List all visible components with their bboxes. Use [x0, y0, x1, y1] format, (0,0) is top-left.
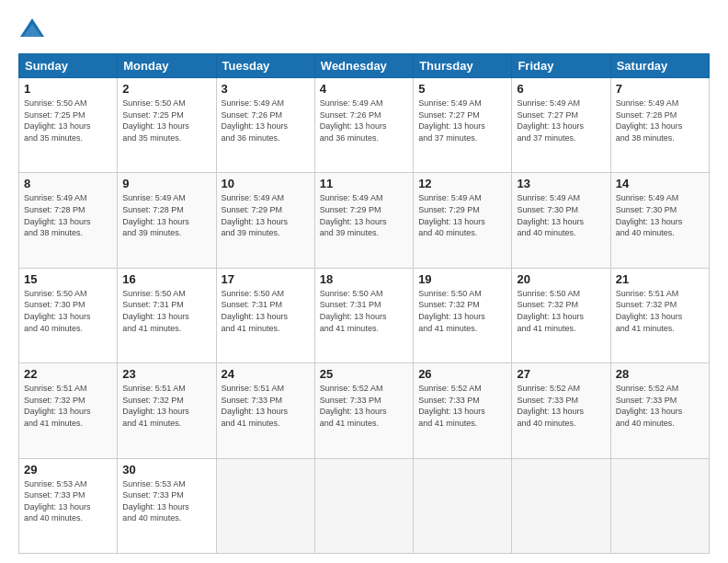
day-cell-18: 18Sunrise: 5:50 AM Sunset: 7:31 PM Dayli… — [314, 268, 413, 362]
day-cell-16: 16Sunrise: 5:50 AM Sunset: 7:31 PM Dayli… — [118, 268, 216, 362]
header-row: SundayMondayTuesdayWednesdayThursdayFrid… — [19, 54, 710, 78]
day-cell-empty-4-3 — [314, 458, 413, 553]
day-cell-2: 2Sunrise: 5:50 AM Sunset: 7:25 PM Daylig… — [118, 78, 216, 173]
day-cell-8: 8Sunrise: 5:49 AM Sunset: 7:28 PM Daylig… — [19, 173, 118, 268]
day-cell-28: 28Sunrise: 5:52 AM Sunset: 7:33 PM Dayli… — [610, 363, 709, 458]
day-cell-3: 3Sunrise: 5:49 AM Sunset: 7:26 PM Daylig… — [216, 78, 314, 173]
col-header-sunday: Sunday — [19, 54, 118, 78]
day-cell-23: 23Sunrise: 5:51 AM Sunset: 7:32 PM Dayli… — [118, 363, 216, 458]
day-cell-13: 13Sunrise: 5:49 AM Sunset: 7:30 PM Dayli… — [512, 173, 610, 268]
day-cell-12: 12Sunrise: 5:49 AM Sunset: 7:29 PM Dayli… — [414, 173, 512, 268]
col-header-wednesday: Wednesday — [314, 54, 413, 78]
day-cell-empty-4-6 — [610, 458, 709, 553]
col-header-monday: Monday — [118, 54, 216, 78]
day-cell-empty-4-4 — [414, 458, 512, 553]
day-cell-6: 6Sunrise: 5:49 AM Sunset: 7:27 PM Daylig… — [512, 78, 610, 173]
day-cell-29: 29Sunrise: 5:53 AM Sunset: 7:33 PM Dayli… — [19, 458, 118, 553]
day-cell-7: 7Sunrise: 5:49 AM Sunset: 7:28 PM Daylig… — [610, 78, 709, 173]
header — [18, 17, 710, 44]
week-row-4: 22Sunrise: 5:51 AM Sunset: 7:32 PM Dayli… — [19, 363, 710, 458]
week-row-2: 8Sunrise: 5:49 AM Sunset: 7:28 PM Daylig… — [19, 173, 710, 268]
day-cell-26: 26Sunrise: 5:52 AM Sunset: 7:33 PM Dayli… — [414, 363, 512, 458]
week-row-3: 15Sunrise: 5:50 AM Sunset: 7:30 PM Dayli… — [19, 268, 710, 362]
day-cell-15: 15Sunrise: 5:50 AM Sunset: 7:30 PM Dayli… — [19, 268, 118, 362]
col-header-saturday: Saturday — [610, 54, 709, 78]
page: SundayMondayTuesdayWednesdayThursdayFrid… — [0, 0, 728, 563]
day-cell-19: 19Sunrise: 5:50 AM Sunset: 7:32 PM Dayli… — [414, 268, 512, 362]
day-cell-22: 22Sunrise: 5:51 AM Sunset: 7:32 PM Dayli… — [19, 363, 118, 458]
week-row-1: 1Sunrise: 5:50 AM Sunset: 7:25 PM Daylig… — [19, 78, 710, 173]
day-cell-4: 4Sunrise: 5:49 AM Sunset: 7:26 PM Daylig… — [314, 78, 413, 173]
day-cell-empty-4-2 — [216, 458, 314, 553]
day-cell-empty-4-5 — [512, 458, 610, 553]
week-row-5: 29Sunrise: 5:53 AM Sunset: 7:33 PM Dayli… — [19, 458, 710, 553]
day-cell-10: 10Sunrise: 5:49 AM Sunset: 7:29 PM Dayli… — [216, 173, 314, 268]
col-header-tuesday: Tuesday — [216, 54, 314, 78]
logo — [18, 17, 50, 44]
day-cell-14: 14Sunrise: 5:49 AM Sunset: 7:30 PM Dayli… — [610, 173, 709, 268]
day-cell-25: 25Sunrise: 5:52 AM Sunset: 7:33 PM Dayli… — [314, 363, 413, 458]
day-cell-20: 20Sunrise: 5:50 AM Sunset: 7:32 PM Dayli… — [512, 268, 610, 362]
day-cell-17: 17Sunrise: 5:50 AM Sunset: 7:31 PM Dayli… — [216, 268, 314, 362]
day-cell-21: 21Sunrise: 5:51 AM Sunset: 7:32 PM Dayli… — [610, 268, 709, 362]
day-cell-30: 30Sunrise: 5:53 AM Sunset: 7:33 PM Dayli… — [118, 458, 216, 553]
col-header-friday: Friday — [512, 54, 610, 78]
logo-icon — [18, 17, 46, 44]
calendar-table: SundayMondayTuesdayWednesdayThursdayFrid… — [18, 53, 710, 554]
day-cell-1: 1Sunrise: 5:50 AM Sunset: 7:25 PM Daylig… — [19, 78, 118, 173]
day-cell-27: 27Sunrise: 5:52 AM Sunset: 7:33 PM Dayli… — [512, 363, 610, 458]
day-cell-11: 11Sunrise: 5:49 AM Sunset: 7:29 PM Dayli… — [314, 173, 413, 268]
day-cell-9: 9Sunrise: 5:49 AM Sunset: 7:28 PM Daylig… — [118, 173, 216, 268]
day-cell-5: 5Sunrise: 5:49 AM Sunset: 7:27 PM Daylig… — [414, 78, 512, 173]
day-cell-24: 24Sunrise: 5:51 AM Sunset: 7:33 PM Dayli… — [216, 363, 314, 458]
col-header-thursday: Thursday — [414, 54, 512, 78]
